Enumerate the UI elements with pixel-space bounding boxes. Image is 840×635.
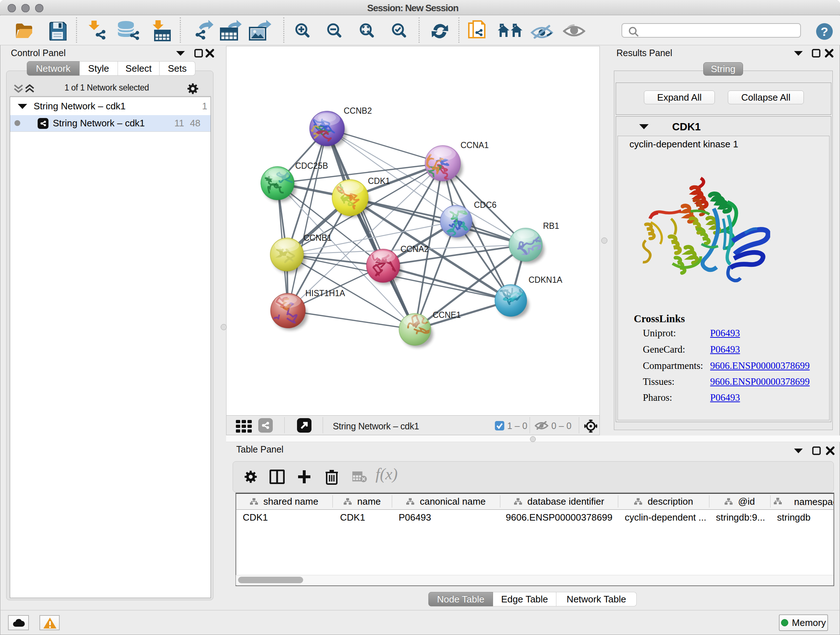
svg-text:?: ?	[821, 25, 829, 38]
svg-text:CCNE1: CCNE1	[433, 310, 461, 320]
svg-text:CDC25B: CDC25B	[295, 161, 328, 171]
svg-text:CCNA1: CCNA1	[461, 141, 489, 150]
svg-text:RB1: RB1	[543, 221, 559, 231]
svg-text:CDC6: CDC6	[474, 200, 497, 210]
svg-text:CDKN1A: CDKN1A	[529, 275, 562, 285]
svg-text:CCNB2: CCNB2	[344, 106, 372, 116]
svg-text:CCNA2: CCNA2	[401, 244, 429, 254]
svg-text:CDK1: CDK1	[368, 176, 390, 186]
svg-text:CCNB1: CCNB1	[303, 233, 332, 242]
svg-text:HIST1H1A: HIST1H1A	[305, 288, 346, 298]
